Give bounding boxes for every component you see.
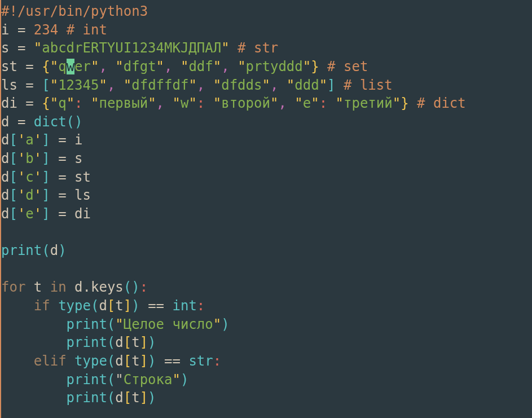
line-22: print(d[t])	[1, 389, 532, 407]
shebang: #!/usr/bin/python3	[1, 3, 148, 19]
line-12: d['e'] = di	[1, 205, 532, 223]
line-13	[1, 223, 532, 242]
line-18: print("Целое число")	[1, 315, 532, 334]
line-7: d = dict()	[1, 113, 532, 131]
line-3: s = "abcdrERTYUI1234MKJДПАЛ" # str	[1, 39, 532, 58]
line-11: d['d'] = ls	[1, 186, 532, 205]
line-1: #!/usr/bin/python3	[1, 2, 532, 21]
text-cursor: w	[67, 59, 74, 74]
line-15	[1, 260, 532, 279]
line-4: st = {"qwer", "dfgt", "ddf", "prtyddd"} …	[1, 58, 532, 76]
line-10: d['c'] = st	[1, 168, 532, 187]
line-8: d['a'] = i	[1, 131, 532, 149]
line-17: if type(d[t]) == int:	[1, 297, 532, 315]
line-20: elif type(d[t]) == str:	[1, 352, 532, 371]
line-6: di = {"q": "первый", "w": "второй", "e":…	[1, 94, 532, 113]
line-21: print("Строка")	[1, 371, 532, 389]
code-editor[interactable]: #!/usr/bin/python3i = 234 # ints = "abcd…	[1, 2, 532, 407]
line-2: i = 234 # int	[1, 21, 532, 39]
line-16: for t in d.keys():	[1, 278, 532, 297]
line-5: ls = ["12345", "dfdffdf", "dfdds", "ddd"…	[1, 76, 532, 95]
line-14: print(d)	[1, 241, 532, 260]
line-19: print(d[t])	[1, 333, 532, 352]
line-9: d['b'] = s	[1, 149, 532, 168]
